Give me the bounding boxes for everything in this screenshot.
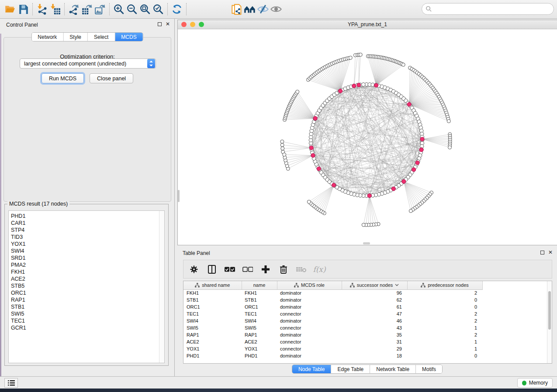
- mcds-result-item[interactable]: SWI5: [11, 310, 164, 317]
- table-scrollbar[interactable]: [547, 281, 552, 363]
- tab-motifs[interactable]: Motifs: [416, 365, 442, 373]
- network-canvas[interactable]: [178, 29, 557, 245]
- export-image-button[interactable]: [93, 3, 107, 16]
- graph-hub-node[interactable]: [367, 194, 371, 198]
- mcds-result-item[interactable]: TID3: [11, 234, 164, 241]
- open-session-button[interactable]: [3, 3, 17, 16]
- table-cell[interactable]: SWI5: [242, 324, 277, 331]
- table-row[interactable]: ACE2ACE2connector311: [183, 338, 552, 345]
- network-window-titlebar[interactable]: YPA_prune.txt_1: [178, 20, 557, 29]
- result-list-scrollbar[interactable]: [159, 211, 164, 363]
- mcds-result-item[interactable]: STP4: [11, 227, 164, 234]
- refresh-button[interactable]: [170, 3, 183, 16]
- graph-node[interactable]: [409, 209, 412, 213]
- tab-style[interactable]: Style: [63, 33, 88, 41]
- zoom-fit-button[interactable]: [138, 3, 152, 16]
- mcds-result-item[interactable]: GCR1: [11, 324, 164, 331]
- table-cell[interactable]: SWI4: [183, 317, 242, 324]
- table-row[interactable]: PHD1PHD1dominator180: [183, 352, 552, 359]
- graph-hub-node[interactable]: [407, 102, 411, 106]
- tab-network-table[interactable]: Network Table: [370, 365, 416, 373]
- graph-node[interactable]: [448, 146, 452, 149]
- canvas-vertical-scroll-thumb[interactable]: [178, 190, 180, 202]
- graph-node[interactable]: [447, 120, 450, 123]
- split-columns-button[interactable]: [207, 264, 217, 275]
- graph-hub-node[interactable]: [352, 84, 356, 88]
- table-cell[interactable]: STB1: [242, 296, 277, 303]
- table-cell[interactable]: 2: [407, 310, 482, 317]
- graph-node[interactable]: [296, 90, 299, 93]
- graph-node[interactable]: [281, 147, 284, 150]
- table-cell[interactable]: 47: [342, 310, 407, 317]
- mcds-result-item[interactable]: YOX1: [11, 241, 164, 248]
- table-cell[interactable]: dominator: [277, 352, 342, 359]
- table-cell[interactable]: dominator: [277, 303, 342, 310]
- destroy-table-button[interactable]: [296, 264, 307, 275]
- mcds-result-item[interactable]: SWI4: [11, 248, 164, 254]
- table-cell[interactable]: SWI4: [242, 317, 277, 324]
- copy-style-button[interactable]: [230, 3, 243, 16]
- table-row[interactable]: ORC1ORC1dominator610: [183, 303, 552, 310]
- zoom-selected-button[interactable]: [152, 3, 165, 16]
- table-cell[interactable]: STB1: [183, 296, 242, 303]
- table-cell[interactable]: PHD1: [242, 352, 277, 359]
- table-settings-button[interactable]: [189, 264, 199, 275]
- mcds-result-item[interactable]: CAR1: [11, 220, 164, 227]
- column-header-shared-name[interactable]: shared name: [183, 281, 242, 289]
- table-row[interactable]: RAP1RAP1dominator352: [183, 331, 552, 338]
- graph-hub-node[interactable]: [391, 187, 395, 191]
- search-field[interactable]: [422, 3, 554, 15]
- graph-hub-node[interactable]: [420, 137, 424, 141]
- table-cell[interactable]: 1: [407, 345, 482, 352]
- graph-hub-node[interactable]: [402, 179, 406, 183]
- table-cell[interactable]: 61: [342, 303, 407, 310]
- graph-hub-node[interactable]: [317, 167, 321, 171]
- table-cell[interactable]: ACE2: [242, 338, 277, 345]
- close-panel-icon[interactable]: ✕: [166, 22, 170, 26]
- maximize-window-icon[interactable]: [199, 22, 204, 27]
- add-row-button[interactable]: [260, 264, 271, 275]
- table-cell[interactable]: FKH1: [183, 289, 242, 296]
- table-row[interactable]: TEC1TEC1connector472: [183, 310, 552, 317]
- table-row[interactable]: YOX1YOX1connector291: [183, 345, 552, 352]
- table-cell[interactable]: dominator: [277, 296, 342, 303]
- export-table-button[interactable]: [80, 3, 93, 16]
- graph-hub-node[interactable]: [313, 117, 317, 120]
- close-panel-button[interactable]: Close panel: [90, 73, 133, 83]
- graph-node[interactable]: [280, 140, 284, 143]
- hide-selected-button[interactable]: [256, 3, 270, 16]
- export-network-button[interactable]: [67, 3, 80, 16]
- graph-node[interactable]: [401, 63, 405, 66]
- table-cell[interactable]: RAP1: [242, 331, 277, 338]
- graph-hub-node[interactable]: [332, 183, 336, 187]
- table-cell[interactable]: TEC1: [242, 310, 277, 317]
- table-cell[interactable]: 2: [407, 331, 482, 338]
- function-builder-button[interactable]: f(x): [314, 264, 325, 275]
- select-all-button[interactable]: [225, 264, 235, 275]
- table-cell[interactable]: 0: [407, 352, 482, 359]
- canvas-horizontal-scroll-thumb[interactable]: [363, 242, 370, 244]
- table-row[interactable]: FKH1FKH1dominator962: [183, 289, 552, 296]
- mcds-result-item[interactable]: STB5: [11, 282, 164, 289]
- mcds-result-item[interactable]: RAP1: [11, 296, 164, 303]
- mcds-result-item[interactable]: SRD1: [11, 254, 164, 261]
- table-cell[interactable]: 2: [407, 289, 482, 296]
- graph-hub-node[interactable]: [339, 89, 343, 93]
- graph-hub-node[interactable]: [374, 83, 378, 87]
- show-all-button[interactable]: [270, 3, 283, 16]
- table-cell[interactable]: YOX1: [183, 345, 242, 352]
- mcds-result-list[interactable]: PHD1CAR1STP4TID3YOX1SWI4SRD1PMA2FKH1ACE2…: [8, 210, 165, 363]
- criterion-dropdown[interactable]: largest connected component (undirected): [20, 58, 156, 69]
- table-cell[interactable]: dominator: [277, 317, 342, 324]
- table-cell[interactable]: ORC1: [183, 303, 242, 310]
- column-header-predecessor-nodes[interactable]: predecessor nodes: [407, 281, 482, 289]
- mcds-result-item[interactable]: PHD1: [11, 213, 164, 220]
- table-row[interactable]: STB1STB1dominator620: [183, 296, 552, 303]
- graph-node[interactable]: [362, 223, 365, 227]
- mcds-result-item[interactable]: ACE2: [11, 275, 164, 282]
- table-cell[interactable]: connector: [277, 310, 342, 317]
- table-row[interactable]: SWI4SWI4dominator462: [183, 317, 552, 324]
- search-input[interactable]: [432, 5, 554, 14]
- table-cell[interactable]: 31: [342, 338, 407, 345]
- graph-hub-node[interactable]: [419, 148, 423, 152]
